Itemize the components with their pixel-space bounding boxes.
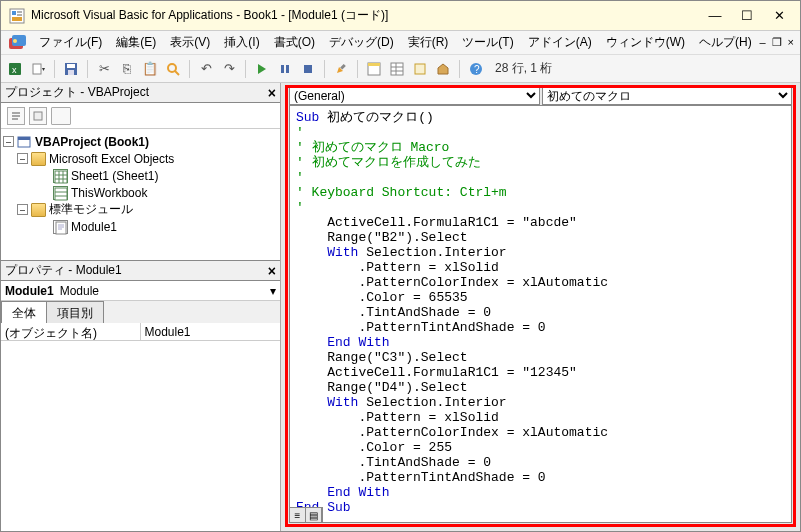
svg-point-14 xyxy=(168,64,176,72)
project-toolbar xyxy=(1,103,280,129)
tree-thisworkbook[interactable]: ThisWorkbook xyxy=(3,184,278,201)
procedure-dropdown[interactable]: 初めてのマクロ xyxy=(542,86,793,105)
vba-icon xyxy=(7,34,27,52)
properties-panel-title: プロパティ - Module1 xyxy=(5,262,122,279)
find-button[interactable] xyxy=(163,59,183,79)
module-icon xyxy=(53,220,68,234)
svg-rect-34 xyxy=(18,137,30,140)
project-icon xyxy=(17,135,32,149)
tree-folder-objects[interactable]: – Microsoft Excel Objects xyxy=(3,150,278,167)
run-button[interactable] xyxy=(252,59,272,79)
menu-bar: ファイル(F) 編集(E) 表示(V) 挿入(I) 書式(O) デバッグ(D) … xyxy=(1,31,800,55)
minimize-button[interactable]: — xyxy=(708,9,722,23)
properties-panel-header: プロパティ - Module1 × xyxy=(1,261,280,281)
object-dropdown[interactable]: (General) xyxy=(289,86,540,105)
design-mode-button[interactable] xyxy=(331,59,351,79)
mdi-close-button[interactable]: × xyxy=(788,36,794,49)
svg-rect-10 xyxy=(33,64,41,74)
svg-rect-43 xyxy=(56,222,66,234)
collapse-icon[interactable]: – xyxy=(3,136,14,147)
svg-rect-13 xyxy=(68,70,74,75)
cut-button[interactable]: ✂ xyxy=(94,59,114,79)
view-code-button[interactable] xyxy=(7,107,25,125)
toolbox-button[interactable] xyxy=(433,59,453,79)
svg-point-7 xyxy=(13,39,17,43)
view-object-button[interactable] xyxy=(29,107,47,125)
svg-rect-26 xyxy=(415,64,425,74)
menu-tools[interactable]: ツール(T) xyxy=(456,32,519,53)
project-panel-title: プロジェクト - VBAProject xyxy=(5,84,149,101)
properties-button[interactable] xyxy=(387,59,407,79)
paste-button[interactable]: 📋 xyxy=(140,59,160,79)
property-name: (オブジェクト名) xyxy=(1,323,141,340)
mdi-minimize-button[interactable]: – xyxy=(759,36,765,49)
svg-rect-21 xyxy=(368,63,380,66)
properties-grid[interactable]: (オブジェクト名) Module1 xyxy=(1,323,280,531)
project-panel-close-button[interactable]: × xyxy=(268,85,276,101)
menu-debug[interactable]: デバッグ(D) xyxy=(323,32,400,53)
break-button[interactable] xyxy=(275,59,295,79)
svg-rect-22 xyxy=(391,63,403,75)
folder-icon xyxy=(31,152,46,166)
svg-rect-16 xyxy=(281,65,284,73)
redo-button[interactable]: ↷ xyxy=(219,59,239,79)
mdi-restore-button[interactable]: ❐ xyxy=(772,36,782,49)
code-text[interactable]: Sub 初めてのマクロ() ' ' 初めてのマクロ Macro ' 初めてマクロ… xyxy=(290,106,791,519)
properties-object-selector[interactable]: Module1 Module ▾ xyxy=(1,281,280,301)
properties-tab-categorized[interactable]: 項目別 xyxy=(46,301,104,323)
toolbar: x ✂ ⎘ 📋 ↶ ↷ ? 28 行, 1 桁 xyxy=(1,55,800,83)
menu-file[interactable]: ファイル(F) xyxy=(33,32,108,53)
tree-root[interactable]: – VBAProject (Book1) xyxy=(3,133,278,150)
close-button[interactable]: ✕ xyxy=(772,9,786,23)
collapse-icon[interactable]: – xyxy=(17,204,28,215)
svg-rect-35 xyxy=(55,171,67,183)
menu-addins[interactable]: アドイン(A) xyxy=(522,32,598,53)
code-view-toggle[interactable]: ≡ ▤ xyxy=(290,507,323,522)
cursor-position: 28 行, 1 桁 xyxy=(495,60,552,77)
svg-line-15 xyxy=(175,71,179,75)
full-module-view-button[interactable]: ▤ xyxy=(306,508,322,522)
menu-view[interactable]: 表示(V) xyxy=(164,32,216,53)
procedure-view-button[interactable]: ≡ xyxy=(290,508,306,522)
menu-help[interactable]: ヘルプ(H) xyxy=(693,32,758,53)
menu-format[interactable]: 書式(O) xyxy=(268,32,321,53)
menu-run[interactable]: 実行(R) xyxy=(402,32,455,53)
help-button[interactable]: ? xyxy=(466,59,486,79)
properties-panel-close-button[interactable]: × xyxy=(268,263,276,279)
window-title: Microsoft Visual Basic for Applications … xyxy=(31,7,708,24)
svg-rect-19 xyxy=(340,63,346,69)
project-panel-header: プロジェクト - VBAProject × xyxy=(1,83,280,103)
svg-rect-18 xyxy=(304,65,312,73)
object-browser-button[interactable] xyxy=(410,59,430,79)
toggle-folders-button[interactable] xyxy=(51,107,71,125)
menu-window[interactable]: ウィンドウ(W) xyxy=(600,32,691,53)
reset-button[interactable] xyxy=(298,59,318,79)
undo-button[interactable]: ↶ xyxy=(196,59,216,79)
copy-button[interactable]: ⎘ xyxy=(117,59,137,79)
save-button[interactable] xyxy=(61,59,81,79)
menu-insert[interactable]: 挿入(I) xyxy=(218,32,265,53)
project-tree[interactable]: – VBAProject (Book1) – Microsoft Excel O… xyxy=(1,129,280,261)
project-explorer-button[interactable] xyxy=(364,59,384,79)
collapse-icon[interactable]: – xyxy=(17,153,28,164)
svg-rect-4 xyxy=(12,17,22,21)
svg-rect-1 xyxy=(12,11,16,15)
insert-dropdown-button[interactable] xyxy=(28,59,48,79)
tree-sheet1[interactable]: Sheet1 (Sheet1) xyxy=(3,167,278,184)
view-excel-button[interactable]: x xyxy=(5,59,25,79)
dropdown-icon[interactable]: ▾ xyxy=(270,284,276,298)
workbook-icon xyxy=(53,186,68,200)
code-editor[interactable]: Sub 初めてのマクロ() ' ' 初めてのマクロ Macro ' 初めてマクロ… xyxy=(289,105,792,523)
properties-tab-all[interactable]: 全体 xyxy=(1,301,47,323)
svg-rect-32 xyxy=(34,112,42,120)
tree-module1[interactable]: Module1 xyxy=(3,218,278,235)
property-row[interactable]: (オブジェクト名) Module1 xyxy=(1,323,280,341)
tree-folder-modules[interactable]: – 標準モジュール xyxy=(3,201,278,218)
menu-edit[interactable]: 編集(E) xyxy=(110,32,162,53)
property-value[interactable]: Module1 xyxy=(141,323,281,340)
worksheet-icon xyxy=(53,169,68,183)
folder-icon xyxy=(31,203,46,217)
svg-rect-2 xyxy=(17,11,22,13)
svg-text:?: ? xyxy=(474,64,480,75)
maximize-button[interactable]: ☐ xyxy=(740,9,754,23)
